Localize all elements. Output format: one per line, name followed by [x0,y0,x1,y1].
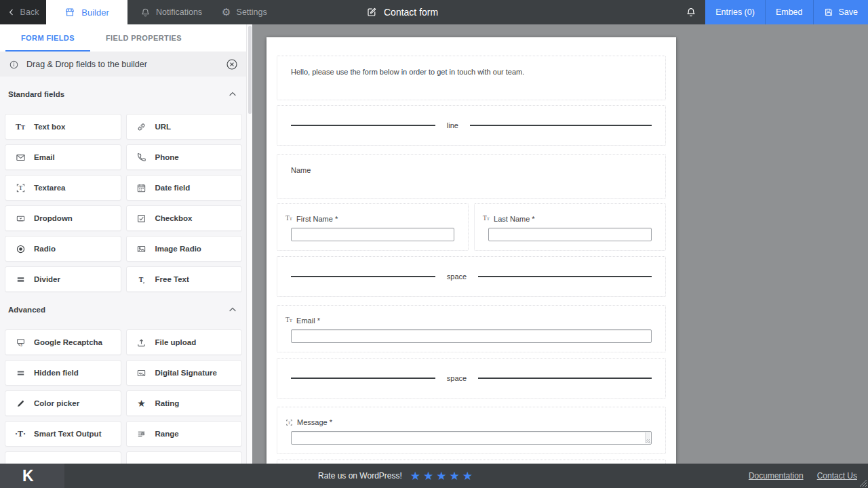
builder-label: Builder [81,7,108,18]
field-card-partial-left[interactable] [5,451,121,464]
field-card-label: Free Text [155,275,189,283]
field-card-label: Color picker [34,399,79,407]
dropzone-divider-line[interactable]: line [277,105,666,146]
chevron-up-icon[interactable] [228,305,237,314]
field-card-date-field[interactable]: Date field [126,175,243,201]
divider-line-right [478,378,652,379]
entries-label: Entries (0) [715,7,755,17]
message-textarea[interactable] [291,431,652,445]
first-name-label-row: TT First Name * [285,215,449,223]
dropzone-email[interactable]: TT Email * [277,305,666,352]
kali-forms-logo[interactable]: K [0,464,64,488]
save-button[interactable]: Save [813,0,868,24]
field-card-label: Textarea [34,184,65,192]
sidebar-scrollbar[interactable] [246,24,252,464]
field-card-radio[interactable]: Radio [5,236,121,262]
tab-notifications[interactable]: Notifications [140,0,202,24]
dropzone-first-name[interactable]: TT First Name * [277,203,469,251]
field-card-smart-text-output[interactable]: ·T· Smart Text Output [5,421,121,447]
dropzone-last-name[interactable]: TT Last Name * [474,203,666,251]
scrollbar-thumb[interactable] [248,26,252,114]
field-card-checkbox[interactable]: Checkbox [126,205,243,231]
rating-stars[interactable]: ★★★★★ [410,470,475,482]
bell-icon [686,7,696,18]
last-name-input[interactable] [488,228,652,241]
save-icon [824,7,833,17]
divider-line-right [478,276,652,277]
builder-icon [64,7,75,18]
dropzone-divider-space-2[interactable]: space [277,358,666,399]
textbox-icon: TT [285,216,292,222]
textarea-resize-grip[interactable] [646,439,650,443]
builder-canvas: Hello, please use the form below in orde… [252,24,868,464]
field-card-image-radio[interactable]: Image Radio [126,236,243,262]
dropzone-message[interactable]: T Message * [277,407,666,454]
field-card-file-upload[interactable]: File upload [126,329,243,355]
standard-fields-grid: TT Text box URL Email Phone T Texta [0,114,247,292]
field-card-label: Checkbox [155,214,193,222]
free-text-icon: T [136,274,148,285]
dropzone-name-text[interactable]: Name [277,154,666,199]
field-card-email[interactable]: Email [5,144,121,170]
dropdown-icon [14,214,26,224]
email-label: Email * [296,317,320,325]
field-card-range[interactable]: Range [126,421,243,447]
notifications-bell-icon [140,7,151,18]
resize-grip-icon[interactable] [859,479,867,487]
field-card-text-box[interactable]: TT Text box [5,114,121,140]
entries-button[interactable]: Entries (0) [705,0,765,24]
tab-settings[interactable]: ⚙ Settings [222,0,267,24]
rate-us-text: Rate us on WordPress! [318,471,402,481]
back-button[interactable]: Back [0,0,46,24]
section-title: Advanced [8,306,45,314]
field-card-color-picker[interactable]: Color picker [5,390,121,416]
first-name-input[interactable] [291,228,454,241]
smart-text-icon: ·T· [14,430,26,438]
contact-us-link[interactable]: Contact Us [817,471,857,481]
chevron-up-icon[interactable] [228,89,237,99]
date-icon [136,183,148,193]
field-card-divider[interactable]: Divider [5,266,121,292]
field-card-label: URL [155,123,172,131]
top-bar: Back Builder Notifications ⚙ Settings Co… [0,0,868,24]
field-card-url[interactable]: URL [126,114,243,140]
svg-text:3: 3 [20,343,22,347]
field-card-label: Image Radio [155,245,201,253]
form-title-text: Contact form [384,7,438,18]
range-icon [136,429,148,439]
field-card-google-recaptcha[interactable]: 3 Google Recaptcha [5,329,121,355]
footer-links: Documentation Contact Us [749,471,868,481]
field-card-digital-signature[interactable]: Digital Signature [126,360,243,386]
tab-builder[interactable]: Builder [46,0,127,24]
divider-label: line [447,121,458,129]
field-card-partial-right[interactable] [126,451,243,464]
dropzone-divider-space-1[interactable]: space [277,256,666,297]
email-icon [14,152,26,163]
tab-field-properties[interactable]: FIELD PROPERTIES [90,24,197,52]
radio-icon [14,244,26,254]
alerts-bell-button[interactable] [677,0,705,24]
dismiss-hint-button[interactable] [226,58,238,70]
email-input[interactable] [291,329,652,343]
field-card-label: Hidden field [34,369,79,377]
field-card-rating[interactable]: ★ Rating [126,390,243,416]
footer-bar: K Rate us on WordPress! ★★★★★ Documentat… [0,464,868,488]
documentation-link[interactable]: Documentation [749,471,804,481]
settings-label: Settings [237,7,267,17]
field-card-dropdown[interactable]: Dropdown [5,205,121,231]
tab-form-fields[interactable]: FORM FIELDS [5,24,90,52]
notifications-label: Notifications [156,7,202,17]
rate-us-group: Rate us on WordPress! ★★★★★ [318,470,475,482]
recaptcha-icon: 3 [14,338,26,348]
field-card-textarea[interactable]: T Textarea [5,175,121,201]
dropzone-intro-text[interactable]: Hello, please use the form below in orde… [277,56,666,100]
embed-button[interactable]: Embed [765,0,813,24]
field-card-phone[interactable]: Phone [126,144,243,170]
sidebar-tabs: FORM FIELDS FIELD PROPERTIES [0,24,247,52]
embed-label: Embed [776,7,803,17]
field-card-hidden-field[interactable]: Hidden field [5,360,121,386]
textarea-icon: T [285,419,293,426]
hidden-field-icon [14,368,26,378]
form-title: Contact form [366,0,438,24]
field-card-free-text[interactable]: T Free Text [126,266,243,292]
